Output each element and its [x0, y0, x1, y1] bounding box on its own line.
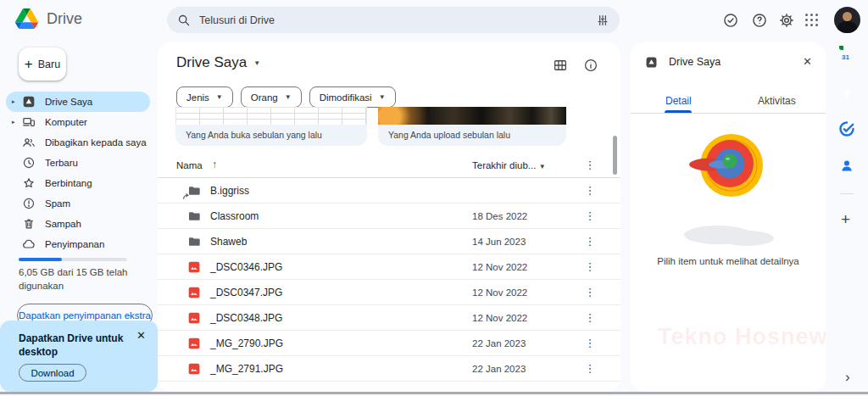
details-panel: Drive Saya ✕ Detail Aktivitas Pilih item… [631, 42, 826, 392]
search-bar[interactable] [167, 7, 620, 33]
more-options-icon[interactable]: ⋮ [584, 204, 596, 229]
file-modified-date: 22 Jan 2023 [472, 331, 526, 356]
download-button[interactable]: Download [19, 364, 86, 382]
plus-icon: + [25, 57, 33, 71]
sidebar-item-label: Spam [45, 198, 70, 209]
file-name: _DSC0346.JPG [210, 254, 282, 280]
file-list: B.iggriss ⋮ Classroom 18 Des 2022 ⋮ Shaw… [158, 178, 620, 382]
sort-ascending-icon[interactable]: ↑ [212, 153, 217, 178]
sidebar-item-terbaru[interactable]: ▸ Terbaru [6, 153, 150, 173]
chip-label: Dimodifikasi [320, 92, 372, 103]
table-row[interactable]: _MG_2790.JPG 22 Jan 2023 ⋮ [158, 331, 620, 356]
contacts-icon[interactable] [839, 158, 854, 173]
settings-gear-icon[interactable] [778, 12, 795, 29]
photo-thumbnail [378, 107, 566, 125]
filter-chip-jenis[interactable]: Jenis ▼ [176, 86, 233, 108]
table-row[interactable]: _DSC0346.JPG 12 Nov 2022 ⋮ [158, 254, 620, 280]
search-input[interactable] [199, 14, 587, 26]
offline-status-icon[interactable] [722, 12, 739, 29]
table-row[interactable]: Shaweb 14 Jun 2023 ⋮ [158, 229, 620, 254]
close-icon[interactable]: ✕ [136, 329, 146, 342]
file-modified-date: 12 Nov 2022 [472, 305, 527, 331]
chevron-down-icon: ▼ [379, 93, 386, 101]
sidebar-item-komputer[interactable]: ▸ Komputer [6, 112, 150, 132]
help-icon[interactable] [751, 12, 768, 29]
image-file-icon [187, 311, 201, 325]
sidebar-item-drive-saya[interactable]: ▸ Drive Saya [6, 92, 150, 112]
sidebar-item-spam[interactable]: ▸ Spam [6, 193, 150, 214]
chevron-down-icon: ▼ [216, 93, 223, 101]
more-options-icon[interactable]: ⋮ [584, 356, 596, 382]
filter-chip-orang[interactable]: Orang ▼ [241, 86, 302, 108]
expand-panel-chevron-icon[interactable]: › [845, 369, 850, 386]
empty-state-illustration [687, 130, 769, 208]
table-header: Nama ↑ Terakhir diub... ▼ ⋮ [158, 153, 620, 178]
add-addon-icon[interactable]: + [841, 210, 850, 229]
account-avatar[interactable] [834, 7, 860, 33]
sidebar-item-dibagikan[interactable]: ▸ Dibagikan kepada saya [6, 132, 150, 153]
details-tabs: Detail Aktivitas [631, 95, 826, 114]
grid-view-icon[interactable] [553, 58, 568, 73]
close-icon[interactable]: ✕ [803, 55, 812, 68]
filter-chips: Jenis ▼ Orang ▼ Dimodifikasi ▼ [176, 86, 396, 108]
more-options-icon[interactable]: ⋮ [584, 153, 596, 178]
search-options-icon[interactable] [596, 14, 609, 27]
more-options-icon[interactable]: ⋮ [584, 331, 596, 356]
expand-arrow-icon[interactable]: ▸ [12, 98, 22, 105]
folder-icon [187, 235, 201, 248]
sidebar-item-label: Drive Saya [45, 97, 92, 107]
table-row[interactable]: Classroom 18 Des 2022 ⋮ [158, 204, 620, 229]
tab-aktivitas[interactable]: Aktivitas [758, 95, 796, 107]
file-name: _MG_2790.JPG [210, 331, 283, 356]
drive-logo[interactable]: Drive [15, 8, 82, 29]
table-row[interactable]: _MG_2791.JPG 22 Jan 2023 ⋮ [158, 356, 620, 382]
divider [631, 113, 826, 114]
file-name: Classroom [210, 204, 259, 229]
file-modified-date: 22 Jan 2023 [472, 356, 526, 382]
folder-icon [187, 209, 201, 223]
suggestion-card-uploaded[interactable]: Yang Anda upload sebulan lalu [378, 107, 566, 146]
table-row[interactable]: B.iggriss ⋮ [158, 178, 620, 204]
sidebar-item-berbintang[interactable]: ▸ Berbintang [6, 173, 150, 193]
file-modified-date: 14 Jun 2023 [472, 229, 526, 254]
column-header-name[interactable]: Nama [176, 153, 203, 178]
column-header-modified[interactable]: Terakhir diub... ▼ [472, 153, 546, 178]
more-options-icon[interactable]: ⋮ [584, 305, 596, 331]
image-file-icon [187, 286, 201, 299]
file-modified-date: 18 Des 2022 [472, 204, 527, 229]
new-button[interactable]: + Baru [19, 47, 66, 81]
more-options-icon[interactable]: ⋮ [584, 229, 596, 254]
search-icon [177, 14, 191, 27]
chevron-down-icon: ▼ [253, 59, 260, 67]
info-icon[interactable] [583, 58, 598, 73]
sidebar-item-sampah[interactable]: ▸ Sampah [6, 214, 150, 234]
more-options-icon[interactable]: ⋮ [584, 254, 596, 280]
file-modified-date: 12 Nov 2022 [472, 280, 527, 305]
sidebar-item-penyimpanan[interactable]: ▸ Penyimpanan [6, 234, 150, 254]
my-drive-icon [22, 95, 36, 109]
page-title[interactable]: Drive Saya ▼ [176, 54, 260, 71]
more-options-icon[interactable]: ⋮ [584, 178, 596, 204]
expand-arrow-icon[interactable]: ▸ [12, 119, 22, 125]
storage-progress-bar [19, 258, 127, 261]
table-row[interactable]: _DSC0348.JPG 12 Nov 2022 ⋮ [158, 305, 620, 331]
filter-chip-dimodifikasi[interactable]: Dimodifikasi ▼ [309, 86, 396, 108]
suggestion-card-opened[interactable]: Yang Anda buka sebulan yang lalu [175, 107, 367, 146]
google-apps-icon[interactable] [805, 14, 819, 27]
chevron-down-icon: ▼ [539, 163, 546, 170]
sidebar-item-label: Terbaru [45, 158, 78, 168]
storage-usage-text: 6,05 GB dari 15 GB telah digunakan [19, 265, 139, 293]
tab-detail[interactable]: Detail [665, 95, 692, 107]
shortcut-arrow-icon [182, 192, 191, 200]
table-row[interactable]: _DSC0347.JPG 12 Nov 2022 ⋮ [158, 280, 620, 305]
tasks-icon[interactable] [839, 121, 854, 137]
sidebar-item-label: Komputer [45, 117, 87, 127]
suggestion-caption: Yang Anda upload sebulan lalu [378, 125, 566, 146]
more-options-icon[interactable]: ⋮ [584, 280, 596, 305]
starred-icon [22, 176, 36, 190]
divider [840, 193, 854, 194]
chevron-down-icon: ▼ [285, 93, 292, 101]
image-file-icon [187, 337, 201, 350]
scrollbar-thumb[interactable] [613, 136, 617, 175]
watermark-text: Tekno Hosnews [658, 324, 826, 350]
